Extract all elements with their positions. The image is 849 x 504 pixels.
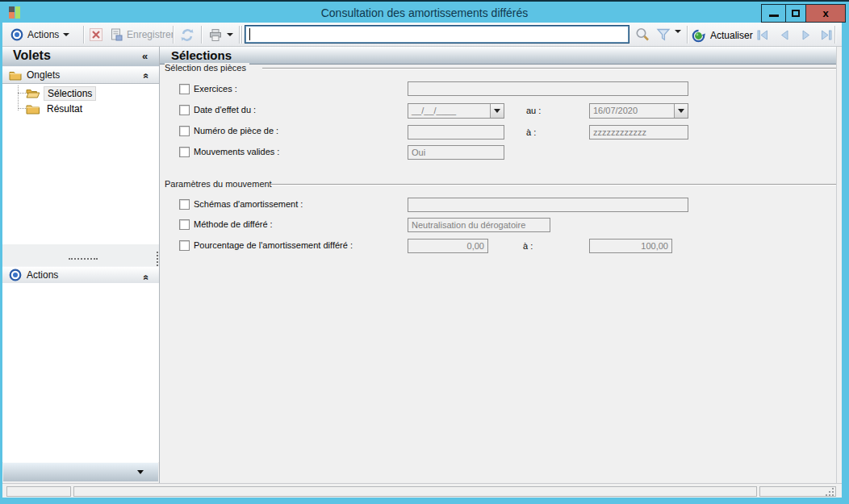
label-a: à : bbox=[526, 127, 536, 137]
collapse-actions-icon[interactable]: « bbox=[141, 275, 153, 281]
filter-caret-icon[interactable] bbox=[675, 33, 681, 43]
save-icon bbox=[110, 28, 123, 41]
sync-arrows-icon bbox=[180, 28, 194, 42]
delete-button[interactable] bbox=[86, 25, 107, 44]
nav-first-icon bbox=[755, 29, 770, 41]
section2-line bbox=[270, 184, 836, 185]
sidebar-collapse-icon[interactable]: « bbox=[142, 50, 148, 62]
field-numero-piece-de[interactable] bbox=[408, 125, 504, 140]
close-button[interactable]: x bbox=[806, 5, 845, 22]
status-bar bbox=[2, 483, 842, 498]
minimize-icon bbox=[769, 15, 779, 17]
field-mouvements-valides[interactable]: Oui bbox=[408, 145, 504, 160]
chevron-down-icon bbox=[494, 109, 500, 113]
window-controls: x bbox=[761, 4, 846, 23]
checkbox-pourcentage[interactable] bbox=[179, 240, 190, 251]
label-exercices: Exercices : bbox=[194, 84, 237, 94]
tree-item-resultat-label: Résultat bbox=[44, 102, 86, 115]
actions-caret-icon bbox=[63, 33, 69, 36]
status-cell-left bbox=[6, 486, 71, 497]
combo-date-effet-au[interactable]: 16/07/2020 bbox=[589, 103, 688, 119]
nav-previous-icon bbox=[777, 29, 792, 41]
sidebar-splitter[interactable] bbox=[2, 244, 159, 266]
actualiser-refresh-icon bbox=[692, 29, 705, 43]
nav-first-button[interactable] bbox=[755, 29, 770, 43]
window-bottom-border bbox=[0, 498, 849, 504]
magnifier-icon bbox=[634, 27, 650, 43]
label-numero-piece: Numéro de pièce de : bbox=[194, 126, 278, 136]
save-label: Enregistrer bbox=[127, 29, 174, 40]
folder-icon bbox=[26, 103, 40, 115]
field-methode-differe[interactable]: Neutralisation du dérogatoire bbox=[408, 218, 550, 232]
group-actions-label: Actions bbox=[27, 269, 58, 281]
field-exercices[interactable] bbox=[408, 81, 688, 96]
main-header bbox=[160, 47, 837, 65]
minimize-button[interactable] bbox=[762, 5, 786, 22]
checkbox-methode-differe[interactable] bbox=[179, 219, 190, 230]
filter-button[interactable] bbox=[655, 27, 671, 44]
tree-item-selections[interactable]: Sélections bbox=[26, 86, 96, 100]
combo-date-effet-du[interactable]: __/__/____ bbox=[408, 103, 504, 119]
save-button[interactable]: Enregistrer bbox=[106, 25, 178, 44]
refresh-toolbar-button[interactable] bbox=[176, 25, 199, 44]
sidebar-title: Volets bbox=[13, 48, 51, 63]
status-cell-middle bbox=[73, 486, 757, 497]
folder-icon bbox=[9, 70, 22, 81]
application-window: Consultation des amortissements différés… bbox=[0, 0, 849, 504]
print-caret-icon bbox=[227, 33, 233, 36]
titlebar[interactable]: Consultation des amortissements différés… bbox=[0, 2, 849, 23]
label-date-effet: Date d'effet du : bbox=[194, 105, 256, 115]
combo-dropdown-button[interactable] bbox=[674, 104, 688, 118]
checkbox-exercices[interactable] bbox=[179, 84, 190, 94]
section1-line bbox=[262, 68, 836, 69]
main-page-title: Sélections bbox=[171, 48, 232, 62]
actions-menu-button[interactable]: Actions bbox=[6, 25, 73, 44]
group-header-onglets[interactable]: Onglets « bbox=[2, 66, 159, 84]
maximize-button[interactable] bbox=[786, 5, 806, 22]
checkbox-date-effet[interactable] bbox=[179, 105, 190, 115]
funnel-icon bbox=[655, 27, 671, 43]
search-input[interactable] bbox=[245, 25, 629, 44]
delete-x-icon bbox=[90, 28, 102, 41]
tree-connector-line bbox=[18, 85, 19, 110]
window-title: Consultation des amortissements différés bbox=[0, 6, 849, 19]
nav-next-button[interactable] bbox=[799, 29, 813, 43]
field-numero-piece-a[interactable]: zzzzzzzzzzzz bbox=[589, 125, 688, 140]
tree-connector-stub bbox=[18, 93, 26, 94]
search-button[interactable] bbox=[634, 27, 650, 44]
label-au: au : bbox=[526, 106, 541, 115]
text-caret bbox=[249, 28, 250, 40]
actions-target-icon bbox=[9, 269, 22, 281]
section2-label: Paramètres du mouvement bbox=[165, 179, 275, 189]
label-pourcentage: Pourcentage de l'amortissement différé : bbox=[194, 240, 353, 251]
group-onglets-label: Onglets bbox=[27, 69, 60, 81]
actualiser-button[interactable]: Actualiser bbox=[692, 26, 753, 45]
field-pourcentage-de[interactable]: 0,00 bbox=[408, 239, 488, 253]
label-methode-differe: Méthode de différé : bbox=[194, 219, 273, 230]
open-folder-icon bbox=[26, 88, 40, 99]
sidebar-options-bar[interactable] bbox=[3, 462, 158, 481]
tree-connector-stub bbox=[18, 108, 26, 109]
tree-item-selections-label: Sélections bbox=[44, 86, 96, 101]
collapse-onglets-icon[interactable]: « bbox=[141, 73, 153, 79]
label-schemas: Schémas d'amortissement : bbox=[194, 199, 303, 210]
label-mouvements-valides: Mouvements valides : bbox=[194, 147, 279, 157]
nav-last-button[interactable] bbox=[819, 29, 834, 43]
field-pourcentage-a[interactable]: 100,00 bbox=[589, 239, 672, 253]
printer-icon bbox=[208, 28, 223, 42]
resize-grip-icon[interactable] bbox=[825, 487, 834, 497]
field-schemas-amortissement[interactable] bbox=[408, 198, 688, 212]
group-header-actions[interactable]: Actions « bbox=[2, 266, 159, 284]
onglets-tree: Sélections Résultat bbox=[2, 84, 159, 244]
main-right-edge bbox=[836, 47, 837, 483]
tree-item-resultat[interactable]: Résultat bbox=[26, 102, 86, 115]
checkbox-schemas[interactable] bbox=[179, 199, 190, 210]
combo-dropdown-button[interactable] bbox=[490, 104, 504, 118]
checkbox-numero-piece[interactable] bbox=[179, 126, 190, 136]
print-button[interactable] bbox=[204, 25, 237, 44]
sidebar-main-divider[interactable] bbox=[159, 47, 160, 483]
actions-target-icon bbox=[10, 28, 23, 41]
close-icon: x bbox=[822, 7, 828, 19]
checkbox-mouvements-valides[interactable] bbox=[179, 147, 190, 157]
nav-previous-button[interactable] bbox=[777, 29, 792, 43]
